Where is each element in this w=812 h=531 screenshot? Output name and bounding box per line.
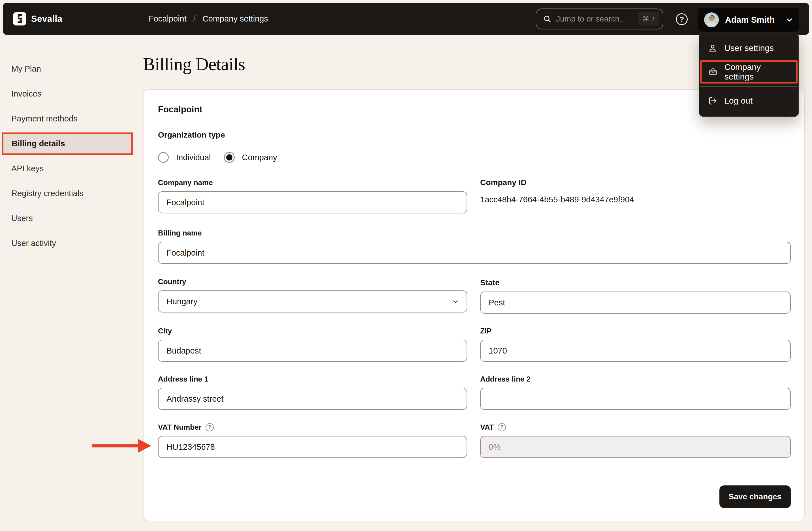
vat-number-input[interactable]	[158, 436, 467, 458]
vat-label: VAT ?	[480, 423, 791, 432]
company-name-label: Company name	[158, 178, 467, 187]
chevron-down-icon	[452, 298, 459, 305]
page-title: Billing Details	[143, 54, 245, 75]
address-line-2-input[interactable]	[480, 388, 791, 410]
briefcase-icon	[708, 67, 718, 77]
breadcrumb-org[interactable]: Focalpoint	[149, 14, 187, 24]
radio-option-individual[interactable]: Individual	[158, 152, 211, 163]
sidebar-item-invoices[interactable]: Invoices	[11, 88, 41, 99]
search-shortcut-badge: ⌘ /	[638, 12, 659, 26]
radio-unchecked-icon	[158, 152, 169, 163]
sidebar-item-registry-credentials[interactable]: Registry credentials	[11, 188, 84, 199]
chevron-down-icon	[785, 16, 794, 24]
sidebar-item-my-plan[interactable]: My Plan	[11, 63, 41, 74]
search-icon	[543, 15, 552, 23]
menu-item-company-settings[interactable]: Company settings	[701, 62, 796, 82]
menu-item-user-settings[interactable]: User settings	[699, 37, 798, 59]
city-label: City	[158, 326, 467, 335]
address-line-1-label: Address line 1	[158, 374, 467, 384]
vat-number-group: VAT Number ?	[158, 423, 467, 458]
annotation-box-company-settings: Company settings	[700, 60, 798, 84]
state-group: State	[480, 278, 791, 314]
question-circle-icon[interactable]: ?	[498, 423, 506, 431]
question-circle-icon[interactable]: ?	[205, 423, 214, 431]
vat-number-label-text: VAT Number	[158, 423, 202, 432]
radio-option-company[interactable]: Company	[224, 152, 277, 163]
city-input[interactable]	[158, 340, 467, 362]
sevalla-logo-icon[interactable]	[13, 12, 26, 26]
sidebar-item-user-activity[interactable]: User activity	[11, 237, 56, 249]
address-line-2-label: Address line 2	[480, 374, 791, 384]
billing-name-label: Billing name	[158, 228, 791, 237]
address-line-1-input[interactable]	[158, 388, 467, 410]
organization-type-radio-group: Individual Company	[158, 151, 277, 163]
vat-group: VAT ?	[480, 423, 791, 458]
search-input[interactable]: Jump to or search... ⌘ /	[536, 9, 663, 29]
country-select[interactable]: Hungary	[158, 291, 467, 312]
menu-item-label: Log out	[724, 96, 753, 106]
user-menu-button[interactable]: Adam Smith	[698, 8, 799, 32]
menu-item-log-out[interactable]: Log out	[699, 90, 798, 112]
organization-type-label: Organization type	[158, 131, 225, 139]
company-name-group: Company name	[158, 178, 467, 213]
avatar	[704, 13, 719, 27]
save-changes-button[interactable]: Save changes	[720, 485, 791, 508]
radio-label: Company	[242, 153, 277, 162]
state-input[interactable]	[480, 292, 791, 314]
card-title: Focalpoint	[158, 104, 202, 115]
user-icon	[708, 43, 717, 53]
sevalla-logo-glyph	[16, 14, 24, 24]
radio-label: Individual	[176, 153, 211, 162]
vat-label-text: VAT	[480, 423, 494, 432]
country-group: Country Hungary	[158, 277, 467, 312]
search-placeholder: Jump to or search...	[556, 14, 638, 24]
brand-name: Sevalla	[31, 14, 62, 24]
billing-name-input[interactable]	[158, 242, 791, 264]
breadcrumb-page[interactable]: Company settings	[202, 14, 268, 24]
menu-divider	[700, 86, 798, 87]
company-id-label: Company ID	[480, 178, 791, 187]
zip-label: ZIP	[480, 326, 791, 335]
sidebar-item-api-keys[interactable]: API keys	[11, 163, 44, 174]
vat-number-label: VAT Number ?	[158, 423, 467, 432]
billing-details-card: Focalpoint Organization type Individual …	[143, 89, 804, 521]
zip-input[interactable]	[480, 340, 791, 362]
user-dropdown-menu: User settings Company settings Log out	[699, 32, 799, 117]
radio-checked-icon	[224, 152, 235, 163]
sidebar-item-users[interactable]: Users	[11, 212, 33, 224]
city-group: City	[158, 326, 467, 362]
zip-group: ZIP	[480, 326, 791, 362]
logout-icon	[708, 96, 717, 106]
country-label: Country	[158, 277, 467, 286]
topbar: Sevalla Focalpoint / Company settings Ju…	[3, 3, 809, 35]
company-id-group: Company ID 1acc48b4-7664-4b55-b489-9d434…	[480, 178, 791, 204]
state-label: State	[480, 278, 791, 287]
user-name: Adam Smith	[725, 15, 779, 25]
address-line-2-group: Address line 2	[480, 374, 791, 410]
billing-name-group: Billing name	[158, 228, 791, 264]
sidebar-item-payment-methods[interactable]: Payment methods	[11, 113, 77, 124]
help-icon[interactable]: ?	[676, 13, 688, 25]
breadcrumb: Focalpoint / Company settings	[149, 3, 268, 35]
company-name-input[interactable]	[158, 191, 467, 213]
breadcrumb-separator: /	[193, 14, 195, 24]
company-id-value: 1acc48b4-7664-4b55-b489-9d4347e9f904	[480, 195, 791, 204]
sidebar-item-billing-details[interactable]: Billing details	[2, 132, 133, 155]
annotation-arrow	[90, 436, 155, 456]
address-line-1-group: Address line 1	[158, 374, 467, 410]
country-selected-value: Hungary	[166, 297, 198, 306]
menu-item-label: Company settings	[725, 62, 789, 82]
vat-input	[480, 436, 791, 458]
menu-item-label: User settings	[724, 43, 774, 53]
